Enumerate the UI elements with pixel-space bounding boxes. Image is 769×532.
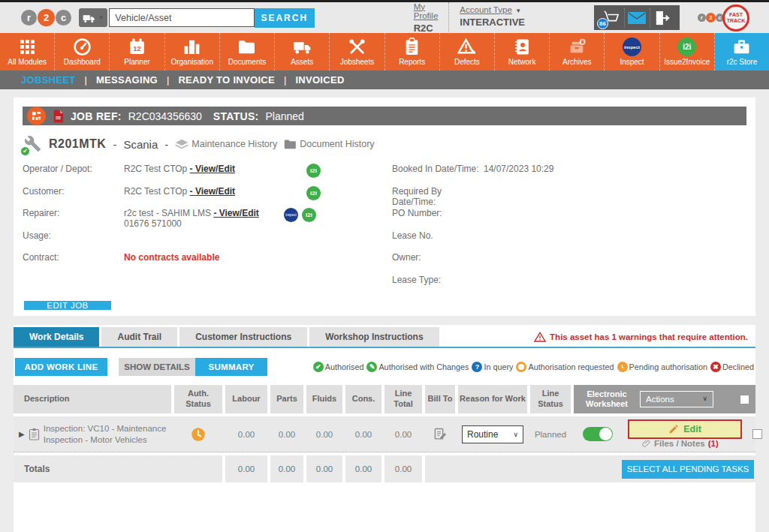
edit-job-button[interactable]: EDIT JOB bbox=[24, 301, 111, 310]
logo-letter: r bbox=[21, 10, 37, 26]
subnav-invoiced[interactable]: INVOICED bbox=[295, 74, 344, 86]
tab-customer-instructions[interactable]: Customer Instructions bbox=[179, 327, 307, 347]
module-reports[interactable]: Reports bbox=[385, 33, 440, 71]
field-owner: Owner: bbox=[392, 252, 660, 275]
electronic-worksheet-toggle[interactable] bbox=[583, 427, 613, 441]
tabs-row: Work Details Audit Trail Customer Instru… bbox=[14, 325, 755, 348]
subnav-messaging[interactable]: MESSAGING bbox=[96, 74, 158, 86]
select-all-pending-tasks-button[interactable]: SELECT ALL PENDING TASKS bbox=[622, 460, 754, 479]
profile-value: R2C bbox=[414, 23, 439, 34]
expand-arrow-icon[interactable]: ▶ bbox=[19, 430, 25, 438]
grid-icon bbox=[18, 38, 37, 56]
module-jobsheets[interactable]: Jobsheets bbox=[330, 33, 384, 71]
subnav-ready-to-invoice[interactable]: READY TO INVOICE bbox=[178, 74, 275, 86]
work-line-description: Inspection: VC10 - Maintenance Inspectio… bbox=[44, 423, 170, 446]
field-customer: Customer: R2C Test CTOp - View/Edit i2i bbox=[23, 186, 392, 209]
module-dashboard[interactable]: Dashboard bbox=[55, 33, 110, 71]
logo-letter: c bbox=[56, 10, 71, 26]
work-panel: Work Details Audit Trail Customer Instru… bbox=[14, 325, 755, 532]
row-checkbox[interactable] bbox=[752, 429, 762, 439]
field-booked-in: Booked In Date/Time: 14/07/2023 10:29 bbox=[392, 164, 660, 186]
asset-warning: This asset has 1 warnings that require a… bbox=[534, 332, 748, 342]
module-r2c-store[interactable]: r2c Store bbox=[715, 33, 769, 71]
maintenance-history-link[interactable]: Maintenance History bbox=[175, 139, 277, 150]
field-usage: Usage: bbox=[23, 230, 392, 253]
add-work-line-button[interactable]: ADD WORK LINE bbox=[15, 358, 107, 376]
i2i-icon[interactable]: i2i bbox=[302, 208, 316, 222]
inspect-icon[interactable]: inspect bbox=[284, 208, 298, 222]
folder-icon bbox=[284, 139, 297, 149]
show-details-button[interactable]: SHOW DETAILS bbox=[119, 358, 195, 376]
cons-value: 0.00 bbox=[345, 416, 381, 452]
account-type-column: Account Type ▼ INTERACTIVE bbox=[448, 2, 535, 34]
search-type-dropdown[interactable]: ▼ bbox=[79, 8, 107, 27]
chevron-down-icon: ∨ bbox=[513, 431, 518, 438]
tab-audit-trail[interactable]: Audit Trail bbox=[101, 327, 177, 347]
tab-workshop-instructions[interactable]: Workshop Instructions bbox=[309, 327, 439, 347]
account-type-link[interactable]: Account Type bbox=[460, 5, 511, 14]
module-defects[interactable]: Defects bbox=[440, 33, 495, 71]
summary-button[interactable]: SUMMARY bbox=[195, 358, 267, 376]
module-assets[interactable]: Assets bbox=[275, 33, 330, 71]
reason-for-work-dropdown[interactable]: Routine ∨ bbox=[462, 425, 523, 443]
check-circle-icon: ✔ bbox=[313, 362, 324, 372]
app-header: r 2 c ▼ SEARCH My Profile R2C Account Ty… bbox=[0, 2, 769, 33]
job-ref-value: R2C034356630 bbox=[128, 110, 202, 122]
my-profile-link[interactable]: My Profile bbox=[414, 2, 439, 20]
pencil-circle-icon: ✎ bbox=[366, 362, 377, 372]
files-notes-link[interactable]: Files / Notes (1) bbox=[641, 438, 719, 449]
tab-work-details[interactable]: Work Details bbox=[14, 327, 99, 347]
i2i-circle-icon: i2i bbox=[677, 38, 696, 56]
module-label: Jobsheets bbox=[340, 58, 375, 66]
subnav-separator: | bbox=[167, 74, 169, 86]
search-button[interactable]: SEARCH bbox=[255, 8, 315, 28]
bill-to-icon[interactable] bbox=[433, 427, 448, 442]
module-organisation[interactable]: Organisation bbox=[165, 33, 220, 71]
module-archives[interactable]: Archives bbox=[550, 33, 605, 71]
truck-icon bbox=[293, 38, 312, 56]
chevron-down-icon: ▼ bbox=[98, 14, 104, 21]
logout-button[interactable] bbox=[650, 8, 675, 28]
subnav-separator: | bbox=[84, 74, 86, 86]
profile-column: My Profile R2C bbox=[403, 2, 449, 34]
actions-dropdown[interactable]: Actions ∨ bbox=[640, 391, 713, 407]
contacts-icon bbox=[513, 38, 532, 56]
pdf-icon[interactable] bbox=[53, 110, 64, 123]
qr-code-icon[interactable] bbox=[27, 107, 46, 125]
module-documents[interactable]: Documents bbox=[220, 33, 275, 71]
work-lines-table: Description Auth. Status Labour Parts Fl… bbox=[14, 385, 755, 482]
inspect-circle-icon: inspect bbox=[623, 38, 641, 56]
status-value: Planned bbox=[266, 110, 304, 122]
repairer-phone: 01676 571000 bbox=[124, 218, 182, 229]
briefcase-icon bbox=[732, 38, 751, 56]
module-planner[interactable]: 12 Planner bbox=[110, 33, 164, 71]
view-edit-link[interactable]: - View/Edit bbox=[190, 164, 235, 174]
logo-letter: 2 bbox=[38, 9, 55, 26]
module-label: Reports bbox=[399, 58, 425, 66]
module-network[interactable]: Network bbox=[495, 33, 550, 71]
fluids-value: 0.00 bbox=[306, 416, 342, 452]
view-edit-link[interactable]: - View/Edit bbox=[213, 208, 258, 218]
truck-icon bbox=[83, 13, 96, 23]
field-contract: Contract: No contracts available bbox=[23, 252, 392, 275]
module-issue2invoice[interactable]: i2i Issue2Invoice bbox=[660, 33, 715, 71]
basket-button[interactable]: 86 bbox=[599, 8, 624, 28]
view-edit-link[interactable]: - View/Edit bbox=[190, 186, 235, 197]
module-all-modules[interactable]: All Modules bbox=[0, 33, 55, 71]
document-history-link[interactable]: Document History bbox=[284, 139, 374, 149]
subnav-jobsheet[interactable]: JOBSHEET bbox=[21, 74, 75, 86]
totals-parts: 0.00 bbox=[270, 455, 303, 482]
i2i-icon[interactable]: i2i bbox=[306, 164, 321, 178]
warning-triangle-icon bbox=[534, 332, 546, 342]
i2i-icon[interactable]: i2i bbox=[306, 186, 321, 200]
search-input[interactable] bbox=[109, 8, 254, 27]
chevron-down-icon: ∨ bbox=[702, 395, 707, 403]
ring-icon bbox=[516, 362, 526, 372]
separator-dash: - bbox=[164, 138, 168, 151]
messages-button[interactable] bbox=[624, 8, 650, 28]
field-po-number: PO Number: bbox=[392, 208, 660, 230]
edit-action-highlighted[interactable]: Edit bbox=[628, 419, 742, 439]
select-all-checkbox[interactable] bbox=[740, 395, 749, 404]
field-lease-no: Lease No. bbox=[392, 230, 660, 253]
module-inspect[interactable]: inspect Inspect bbox=[605, 33, 659, 71]
